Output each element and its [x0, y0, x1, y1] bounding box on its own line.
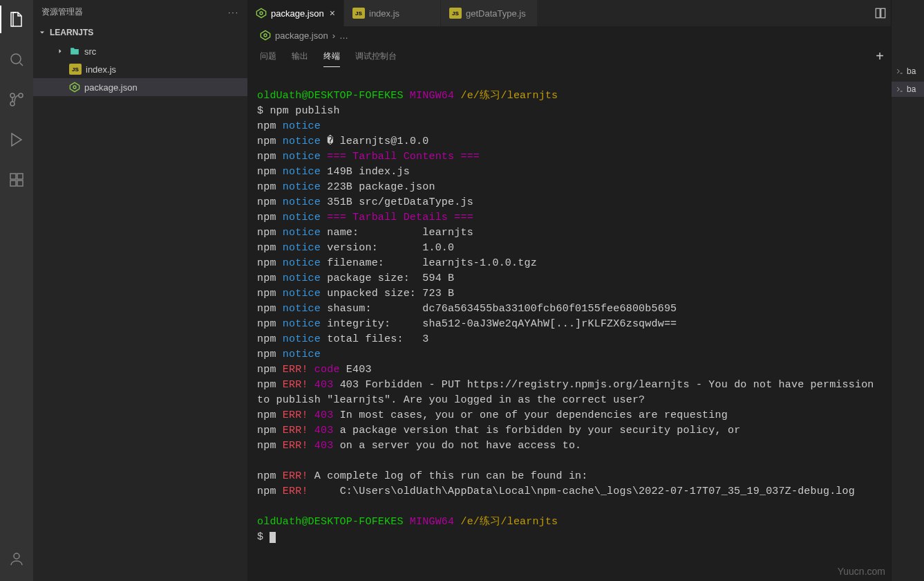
file-tree: src JS index.js package.json	[33, 41, 247, 96]
terminal-label: ba	[907, 84, 916, 94]
tab-getdatatype-js[interactable]: JS getDataType.js	[441, 0, 538, 26]
tree-item-folder[interactable]: src	[33, 42, 247, 60]
tree-label: package.json	[84, 82, 138, 93]
main-area: package.json × JS index.js JS getDataTyp…	[247, 0, 891, 581]
sidebar-title-row: 资源管理器 ···	[33, 0, 247, 24]
tree-item-file[interactable]: package.json	[33, 78, 247, 96]
svg-point-0	[11, 54, 21, 64]
tab-label: index.js	[369, 8, 399, 19]
tab-index-js[interactable]: JS index.js	[344, 0, 441, 26]
js-file-icon: JS	[449, 8, 462, 19]
folder-icon	[69, 46, 80, 56]
npm-file-icon	[69, 82, 80, 93]
panel-tab-debug[interactable]: 调试控制台	[355, 46, 397, 66]
js-file-icon: JS	[352, 8, 365, 19]
tree-item-file[interactable]: JS index.js	[33, 60, 247, 78]
tab-package-json[interactable]: package.json ×	[247, 0, 344, 26]
editor-tabs: package.json × JS index.js JS getDataTyp…	[247, 0, 891, 26]
svg-marker-15	[261, 30, 270, 39]
npm-file-icon	[256, 8, 267, 19]
account-icon[interactable]	[0, 545, 33, 573]
breadcrumb-sep: ›	[332, 30, 335, 41]
new-terminal-icon[interactable]: +	[876, 48, 884, 64]
svg-rect-6	[10, 181, 16, 186]
watermark: Yuucn.com	[838, 566, 885, 577]
tab-label: getDataType.js	[466, 8, 526, 19]
more-icon[interactable]: ···	[228, 8, 239, 17]
breadcrumb-more: …	[339, 30, 348, 41]
panel-tab-terminal[interactable]: 终端	[323, 46, 340, 67]
terminal-instance[interactable]: ba	[892, 82, 924, 97]
svg-rect-13	[876, 8, 880, 18]
workspace-name: LEARNJTS	[50, 28, 93, 37]
panel-tab-problems[interactable]: 问题	[260, 46, 276, 66]
source-control-icon[interactable]	[0, 86, 33, 113]
svg-point-16	[264, 34, 267, 37]
panel-tabs: 问题 输出 终端 调试控制台 +	[247, 44, 891, 68]
workspace-header[interactable]: LEARNJTS	[33, 24, 247, 41]
npm-file-icon	[260, 30, 271, 41]
breadcrumb-file: package.json	[275, 30, 328, 41]
debug-icon[interactable]	[0, 126, 33, 154]
sidebar-title: 资源管理器	[41, 6, 83, 18]
svg-point-10	[73, 86, 76, 89]
extensions-icon[interactable]	[0, 166, 33, 194]
js-file-icon: JS	[69, 64, 82, 75]
svg-rect-4	[10, 174, 16, 179]
chevron-right-icon	[55, 46, 65, 56]
svg-rect-5	[17, 174, 23, 179]
breadcrumb[interactable]: package.json › …	[247, 26, 891, 44]
sidebar: 资源管理器 ··· LEARNJTS src JS index.js packa…	[33, 0, 247, 581]
tree-label: src	[84, 46, 96, 57]
svg-point-8	[14, 553, 19, 559]
terminal-label: ba	[907, 66, 916, 76]
search-icon[interactable]	[0, 46, 33, 73]
terminal-side-list: ba ba	[891, 0, 924, 581]
svg-rect-7	[17, 181, 23, 186]
compare-icon[interactable]	[874, 7, 887, 19]
tab-label: package.json	[271, 8, 324, 19]
tree-label: index.js	[86, 64, 116, 75]
close-icon[interactable]: ×	[330, 8, 335, 19]
terminal-output[interactable]: oldUath@DESKTOP-FOFEKES MINGW64 /e/练习/le…	[247, 68, 891, 581]
svg-marker-9	[70, 82, 79, 91]
terminal-instance[interactable]: ba	[892, 64, 924, 79]
svg-point-1	[19, 93, 23, 98]
panel-tab-output[interactable]: 输出	[292, 46, 308, 66]
chevron-down-icon	[37, 28, 47, 37]
explorer-icon[interactable]	[0, 6, 33, 33]
svg-rect-14	[881, 8, 885, 18]
svg-marker-11	[256, 8, 265, 17]
svg-point-3	[10, 93, 15, 98]
svg-point-12	[260, 12, 263, 15]
activity-bar	[0, 0, 33, 581]
svg-point-2	[10, 102, 15, 106]
